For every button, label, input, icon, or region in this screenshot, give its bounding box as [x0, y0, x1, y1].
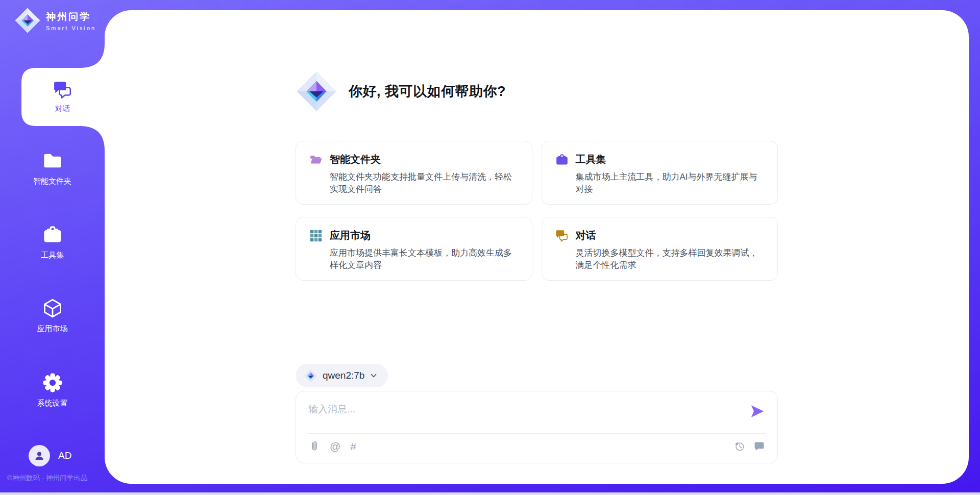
card-toolset[interactable]: 工具集 集成市场上主流工具，助力AI与外界无缝扩展与对接 [542, 141, 778, 205]
composer-divider [307, 433, 766, 434]
chevron-down-icon [370, 372, 378, 380]
card-smart-folder[interactable]: 智能文件夹 智能文件夹功能支持批量文件上传与清洗，轻松实现文件问答 [296, 141, 532, 205]
folder-open-icon [309, 153, 323, 166]
brand-subtitle: Smart Vision [46, 25, 96, 31]
briefcase-icon [42, 225, 63, 245]
message-composer: 输入消息... @ # [296, 391, 778, 463]
sidebar-item-toolset[interactable]: 工具集 [0, 225, 105, 260]
send-icon[interactable] [750, 404, 765, 419]
chat-square-icon[interactable] [753, 440, 765, 452]
card-chat[interactable]: 对话 灵活切换多模型文件，支持多样回复效果调试，满足个性化需求 [542, 217, 778, 281]
briefcase-icon [555, 153, 569, 166]
card-title: 智能文件夹 [330, 153, 381, 166]
at-icon[interactable]: @ [330, 441, 340, 452]
window-edge [0, 492, 980, 495]
sidebar-item-chat[interactable]: 对话 [20, 68, 105, 126]
brand-diamond-icon [296, 70, 337, 112]
brand-logo: 神州问学 Smart Vision [14, 7, 96, 34]
brand-name: 神州问学 [46, 10, 96, 23]
grid-icon [309, 229, 323, 242]
sidebar-item-settings[interactable]: 系统设置 [0, 373, 105, 408]
copyright-footer: ©神州数码 · 神州问学出品 [7, 474, 104, 483]
brand-diamond-icon [304, 369, 317, 383]
sidebar-item-label: 系统设置 [37, 399, 68, 408]
card-app-market[interactable]: 应用市场 应用市场提供丰富长文本模板，助力高效生成多样化文章内容 [296, 217, 532, 281]
sidebar-item-label: 工具集 [41, 251, 64, 260]
main-panel: 你好, 我可以如何帮助你? 智能文件夹 智能文件夹功能支持批量文件上传与清洗，轻… [105, 10, 969, 484]
greeting: 你好, 我可以如何帮助你? [296, 70, 778, 112]
sidebar-item-smart-folder[interactable]: 智能文件夹 [0, 151, 105, 186]
greeting-text: 你好, 我可以如何帮助你? [349, 82, 506, 101]
avatar [29, 445, 50, 466]
model-name: qwen2:7b [323, 370, 364, 381]
card-title: 工具集 [576, 153, 606, 166]
card-description: 灵活切换多模型文件，支持多样回复效果调试，满足个性化需求 [576, 247, 765, 271]
sidebar-item-label: 智能文件夹 [33, 177, 71, 186]
user-account[interactable]: AD [29, 445, 71, 466]
feature-cards: 智能文件夹 智能文件夹功能支持批量文件上传与清洗，轻松实现文件问答 工具集 集成… [296, 141, 778, 281]
chat-icon [53, 80, 72, 100]
person-icon [33, 450, 45, 462]
model-selector[interactable]: qwen2:7b [296, 364, 388, 387]
sidebar: 神州问学 Smart Vision 对话 智能文件夹 工具集 应用市场 [0, 0, 105, 495]
user-initials: AD [58, 450, 71, 461]
message-input[interactable]: 输入消息... [308, 403, 747, 416]
history-icon[interactable] [733, 440, 745, 452]
brand-diamond-icon [14, 7, 41, 34]
card-title: 应用市场 [330, 229, 371, 242]
chat-icon [555, 229, 569, 242]
card-title: 对话 [576, 229, 596, 242]
sidebar-item-label: 应用市场 [37, 324, 68, 334]
sidebar-item-label: 对话 [55, 104, 70, 114]
sidebar-item-app-market[interactable]: 应用市场 [0, 298, 105, 334]
cube-icon [42, 298, 63, 318]
gear-icon [42, 373, 63, 393]
card-description: 应用市场提供丰富长文本模板，助力高效生成多样化文章内容 [330, 247, 519, 271]
paperclip-icon[interactable] [308, 440, 320, 452]
card-description: 集成市场上主流工具，助力AI与外界无缝扩展与对接 [576, 171, 765, 195]
card-description: 智能文件夹功能支持批量文件上传与清洗，轻松实现文件问答 [330, 171, 519, 195]
folder-icon [42, 151, 63, 171]
hash-icon[interactable]: # [350, 441, 356, 452]
